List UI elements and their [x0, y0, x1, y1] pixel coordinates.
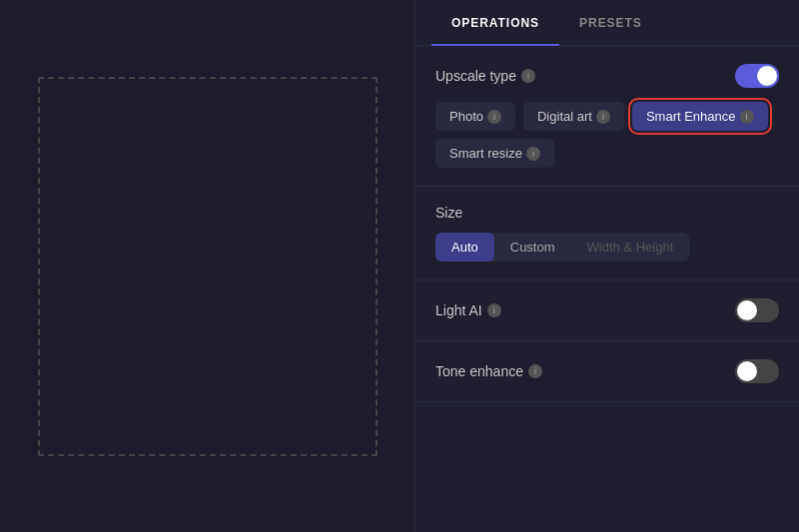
tone-enhance-info-icon[interactable]: i — [528, 364, 542, 378]
tone-enhance-toggle[interactable] — [735, 359, 779, 383]
tabs-bar: OPERATIONS PRESETS — [415, 0, 799, 46]
light-ai-toggle-thumb — [737, 300, 757, 320]
tab-presets[interactable]: PRESETS — [559, 0, 662, 46]
toggle-thumb — [757, 66, 777, 86]
tone-enhance-section: Tone enhance i — [415, 341, 799, 402]
light-ai-toggle[interactable] — [735, 298, 779, 322]
type-btn-digital-art[interactable]: Digital art i — [523, 102, 624, 131]
smart-resize-info-icon[interactable]: i — [526, 147, 540, 161]
type-btn-photo[interactable]: Photo i — [435, 102, 515, 131]
size-btn-auto[interactable]: Auto — [435, 233, 494, 262]
size-btn-width-height[interactable]: Width & Height — [571, 233, 690, 262]
canvas-placeholder — [38, 77, 378, 456]
type-btn-smart-resize[interactable]: Smart resize i — [435, 139, 554, 168]
upscale-type-buttons: Photo i Digital art i Smart Enhance i Sm… — [435, 102, 779, 168]
smart-enhance-info-icon[interactable]: i — [740, 110, 754, 124]
settings-content: Upscale type i Photo i Digital art i Sma… — [415, 46, 799, 532]
size-section: Size Auto Custom Width & Height — [415, 187, 799, 280]
light-ai-info-icon[interactable]: i — [487, 303, 501, 317]
upscale-type-section: Upscale type i Photo i Digital art i Sma… — [415, 46, 799, 187]
light-ai-section: Light AI i — [415, 280, 799, 341]
tab-operations[interactable]: OPERATIONS — [431, 0, 559, 46]
upscale-type-label: Upscale type i — [435, 68, 535, 84]
size-label: Size — [435, 205, 779, 221]
tone-enhance-label: Tone enhance i — [435, 363, 542, 379]
upscale-type-info-icon[interactable]: i — [521, 69, 535, 83]
light-ai-label: Light AI i — [435, 302, 501, 318]
light-ai-row: Light AI i — [435, 298, 779, 322]
size-btn-custom[interactable]: Custom — [494, 233, 571, 262]
right-panel: OPERATIONS PRESETS Upscale type i Photo … — [414, 0, 799, 532]
photo-info-icon[interactable]: i — [487, 110, 501, 124]
tone-enhance-row: Tone enhance i — [435, 359, 779, 383]
size-buttons: Auto Custom Width & Height — [435, 233, 689, 262]
canvas-area — [0, 0, 414, 532]
upscale-type-row: Upscale type i — [435, 64, 779, 88]
upscale-type-toggle[interactable] — [735, 64, 779, 88]
tone-enhance-toggle-thumb — [737, 361, 757, 381]
type-btn-smart-enhance[interactable]: Smart Enhance i — [632, 102, 768, 131]
digital-art-info-icon[interactable]: i — [596, 110, 610, 124]
